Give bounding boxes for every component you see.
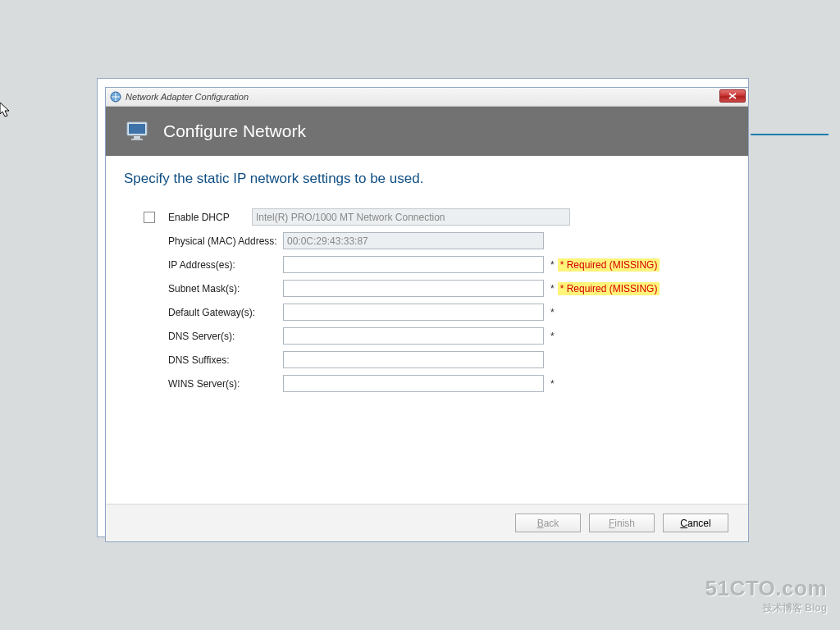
form-area: Enable DHCP Intel(R) PRO/1000 MT Network… xyxy=(124,205,730,395)
enable-dhcp-label: Enable DHCP xyxy=(168,212,252,223)
dns-asterisk: * xyxy=(550,331,555,342)
subnet-required-badge: * Required (MISSING) xyxy=(558,282,660,295)
suffix-label: DNS Suffixes: xyxy=(168,354,283,366)
gateway-input[interactable] xyxy=(283,304,544,321)
row-wins: WINS Server(s): * xyxy=(144,372,730,395)
watermark: 51CTO.com 技术博客 Blog xyxy=(705,576,827,615)
finish-button: Finish xyxy=(589,514,655,532)
mouse-cursor-icon xyxy=(0,103,11,119)
cancel-button[interactable]: Cancel xyxy=(663,514,728,532)
adapter-name-box: Intel(R) PRO/1000 MT Network Connection xyxy=(252,208,570,226)
header-title: Configure Network xyxy=(163,121,306,141)
ip-asterisk: * xyxy=(550,259,555,271)
mac-input xyxy=(283,232,544,249)
network-adapter-config-dialog: Network Adapter Configuration Configure … xyxy=(105,87,749,542)
back-button: Back xyxy=(515,514,581,532)
ip-label: IP Address(es): xyxy=(168,259,283,271)
dns-input[interactable] xyxy=(283,327,544,345)
row-subnet: Subnet Mask(s): * * Required (MISSING) xyxy=(144,276,730,300)
watermark-line2: 技术博客 Blog xyxy=(705,601,827,615)
header-band: Configure Network xyxy=(106,107,748,156)
titlebar-title: Network Adapter Configuration xyxy=(126,92,249,102)
svg-rect-5 xyxy=(131,139,143,140)
row-suffix: DNS Suffixes: xyxy=(144,348,730,372)
svg-marker-0 xyxy=(0,103,9,116)
adapter-name-text: Intel(R) PRO/1000 MT Network Connection xyxy=(256,212,445,223)
svg-rect-3 xyxy=(129,124,145,134)
monitor-icon xyxy=(126,120,152,143)
suffix-input[interactable] xyxy=(283,351,544,368)
mac-label: Physical (MAC) Address: xyxy=(168,235,283,247)
row-dns: DNS Server(s): * xyxy=(144,324,730,348)
close-button[interactable] xyxy=(719,89,746,103)
row-enable-dhcp: Enable DHCP Intel(R) PRO/1000 MT Network… xyxy=(144,205,730,229)
ip-input[interactable] xyxy=(283,256,544,273)
wins-label: WINS Server(s): xyxy=(168,378,283,390)
titlebar[interactable]: Network Adapter Configuration xyxy=(106,88,748,107)
row-mac: Physical (MAC) Address: xyxy=(144,229,730,253)
instruction-text: Specify the static IP network settings t… xyxy=(124,171,730,187)
ip-required-badge: * Required (MISSING) xyxy=(558,258,660,272)
enable-dhcp-checkbox[interactable] xyxy=(144,212,155,223)
subnet-asterisk: * xyxy=(550,283,555,294)
subnet-label: Subnet Mask(s): xyxy=(168,283,283,294)
gateway-label: Default Gateway(s): xyxy=(168,307,283,318)
decoration-line xyxy=(751,134,829,135)
row-ip: IP Address(es): * * Required (MISSING) xyxy=(144,253,730,276)
svg-rect-4 xyxy=(134,136,140,139)
wins-input[interactable] xyxy=(283,375,544,392)
subnet-input[interactable] xyxy=(283,280,544,297)
wins-asterisk: * xyxy=(550,378,555,390)
content-area: Specify the static IP network settings t… xyxy=(106,156,748,504)
row-gateway: Default Gateway(s): * xyxy=(144,300,730,324)
window-icon xyxy=(109,90,122,103)
footer: Back Finish Cancel xyxy=(106,504,748,541)
watermark-line1: 51CTO.com xyxy=(705,576,827,601)
dns-label: DNS Server(s): xyxy=(168,331,283,342)
gateway-asterisk: * xyxy=(550,307,555,318)
close-icon xyxy=(728,93,737,99)
